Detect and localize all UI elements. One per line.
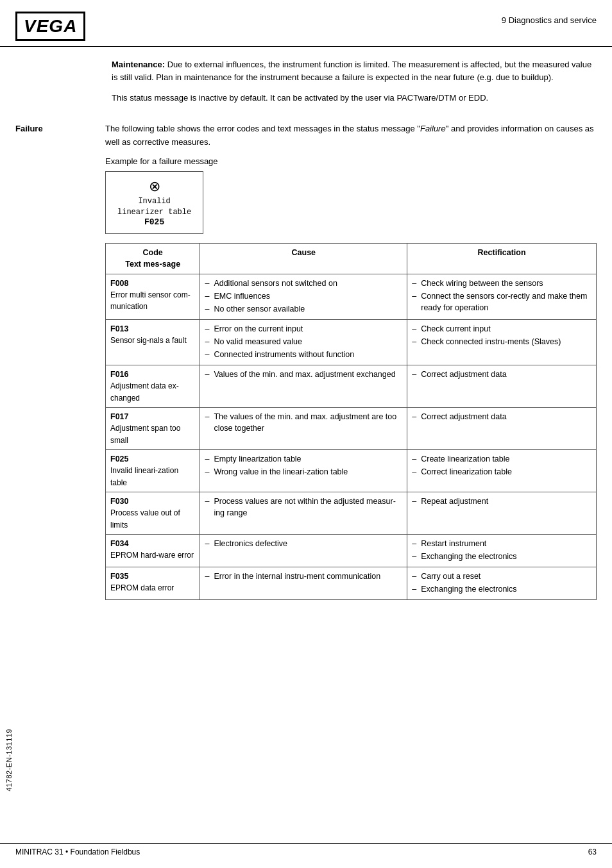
rect-item: Correct adjustment data	[412, 369, 591, 380]
table-row: F034EPROM hard-ware errorElectronics def…	[106, 534, 597, 567]
code-cell: F008Error multi sensor com-munication	[106, 274, 200, 319]
error-table: Code Text mes-sage Cause Rectification F…	[105, 243, 597, 600]
page-footer: MINITRAC 31 • Foundation Fieldbus 63	[0, 843, 612, 856]
cause-item: Error in the internal instru-ment commun…	[205, 571, 402, 582]
failure-label: Failure	[15, 122, 105, 600]
cause-cell: The values of the min. and max. adjustme…	[200, 408, 407, 450]
rect-cell: Check current inputCheck connected instr…	[407, 319, 597, 365]
failure-intro: The following table shows the error code…	[105, 122, 597, 148]
cause-cell: Error in the internal instru-ment commun…	[200, 567, 407, 600]
rect-cell: Create linearization tableCorrect linear…	[407, 450, 597, 492]
rect-cell: Restart instrumentExchanging the electro…	[407, 534, 597, 567]
failure-content: The following table shows the error code…	[105, 122, 597, 600]
rect-item: Check wiring between the sensors	[412, 278, 591, 289]
rect-item: Repeat adjustment	[412, 496, 591, 507]
table-row: F008Error multi sensor com-municationAdd…	[106, 274, 597, 319]
example-label: Example for a failure message	[105, 156, 597, 166]
cause-item: The values of the min. and max. adjustme…	[205, 411, 402, 434]
rect-cell: Correct adjustment data	[407, 408, 597, 450]
maintenance-para2: This status message is inactive by defau…	[112, 92, 597, 104]
rect-cell: Repeat adjustment	[407, 492, 597, 535]
cause-cell: Empty linearization tableWrong value in …	[200, 450, 407, 492]
table-row: F013Sensor sig-nals a faultError on the …	[106, 319, 597, 365]
example-box: ⊗ Invalid linearizer table F025	[105, 171, 203, 235]
section-title: 9 Diagnostics and service	[502, 12, 597, 25]
side-document-number: 41782-EN-131119	[5, 729, 13, 791]
cause-item: EMC influences	[205, 290, 402, 302]
col-header-rect: Rectification	[407, 244, 597, 274]
code-cell: F035EPROM data error	[106, 567, 200, 600]
rect-item: Exchanging the electronics	[412, 583, 591, 595]
cause-item: Empty linearization table	[205, 453, 402, 465]
rect-item: Correct adjustment data	[412, 411, 591, 422]
cause-cell: Error on the current inputNo valid measu…	[200, 319, 407, 365]
code-cell: F034EPROM hard-ware error	[106, 534, 200, 567]
example-line1: Invalid	[138, 197, 170, 206]
cause-item: Values of the min. and max. adjustment e…	[205, 369, 402, 380]
cause-cell: Process values are not within the adjust…	[200, 492, 407, 535]
rect-item: Correct linearization table	[412, 466, 591, 478]
code-cell: F030Process value out of limits	[106, 492, 200, 535]
example-line2: linearizer table	[117, 208, 191, 217]
table-row: F016Adjustment data ex-changedValues of …	[106, 365, 597, 408]
cause-cell: Electronics defective	[200, 534, 407, 567]
table-row: F035EPROM data errorError in the interna…	[106, 567, 597, 600]
x-circle-icon: ⊗	[117, 178, 191, 195]
rect-item: Check connected instru-ments (Slaves)	[412, 336, 591, 347]
table-row: F025Invalid lineari-zation tableEmpty li…	[106, 450, 597, 492]
vega-logo: VEGA	[15, 12, 85, 41]
cause-item: Additional sensors not switched on	[205, 278, 402, 289]
code-cell: F013Sensor sig-nals a fault	[106, 319, 200, 365]
footer-product: MINITRAC 31 • Foundation Fieldbus	[15, 847, 140, 856]
table-row: F017Adjustment span too smallThe values …	[106, 408, 597, 450]
code-cell: F016Adjustment data ex-changed	[106, 365, 200, 408]
col-header-cause: Cause	[200, 244, 407, 274]
cause-item: Electronics defective	[205, 538, 402, 549]
rect-item: Exchanging the electronics	[412, 551, 591, 562]
rect-cell: Correct adjustment data	[407, 365, 597, 408]
table-row: F030Process value out of limitsProcess v…	[106, 492, 597, 535]
cause-item: Error on the current input	[205, 323, 402, 335]
maintenance-section: Maintenance: Due to external influences,…	[0, 47, 612, 104]
example-code: F025	[117, 217, 191, 227]
cause-item: Process values are not within the adjust…	[205, 496, 402, 519]
footer-page: 63	[588, 847, 597, 856]
cause-item: No other sensor available	[205, 303, 402, 315]
rect-item: Carry out a reset	[412, 571, 591, 582]
rect-cell: Check wiring between the sensorsConnect …	[407, 274, 597, 319]
failure-section: Failure The following table shows the er…	[0, 112, 612, 600]
rect-cell: Carry out a resetExchanging the electron…	[407, 567, 597, 600]
code-cell: F025Invalid lineari-zation table	[106, 450, 200, 492]
cause-cell: Additional sensors not switched onEMC in…	[200, 274, 407, 319]
rect-item: Connect the sensors cor-rectly and make …	[412, 290, 591, 313]
code-cell: F017Adjustment span too small	[106, 408, 200, 450]
maintenance-text1: Due to external influences, the instrume…	[112, 60, 591, 82]
rect-item: Restart instrument	[412, 538, 591, 549]
cause-item: No valid measured value	[205, 336, 402, 347]
cause-item: Connected instruments without function	[205, 349, 402, 360]
rect-item: Check current input	[412, 323, 591, 335]
maintenance-para1: Maintenance: Due to external influences,…	[112, 58, 597, 84]
rect-item: Create linearization table	[412, 453, 591, 465]
col-header-code: Code Text mes-sage	[106, 244, 200, 274]
example-text: Invalid linearizer table	[117, 196, 191, 218]
cause-cell: Values of the min. and max. adjustment e…	[200, 365, 407, 408]
cause-item: Wrong value in the lineari-zation table	[205, 466, 402, 478]
maintenance-label: Maintenance:	[112, 60, 165, 69]
page-header: VEGA 9 Diagnostics and service	[0, 0, 612, 47]
